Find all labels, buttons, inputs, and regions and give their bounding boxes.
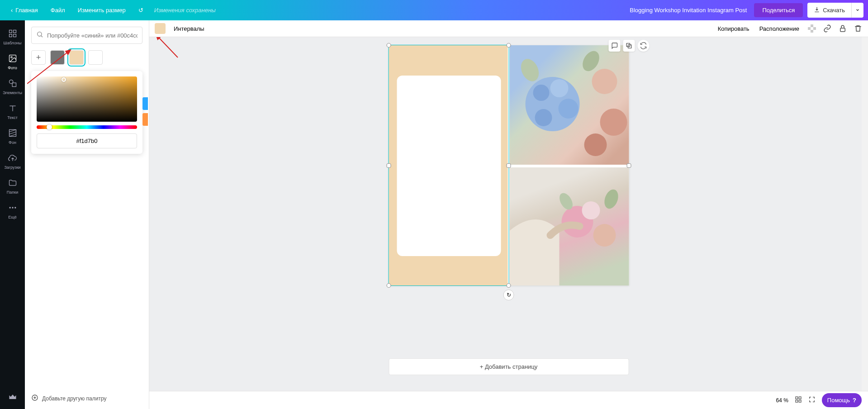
delete-button[interactable] xyxy=(854,24,863,33)
color-picker-card: #f1d7b0 xyxy=(31,71,142,154)
photo-bottom[interactable] xyxy=(509,167,629,285)
download-icon xyxy=(814,6,820,14)
transparency-button[interactable] xyxy=(807,24,816,33)
help-label: Помощь xyxy=(827,397,850,404)
intervals-button[interactable]: Интервалы xyxy=(172,24,206,34)
canvas-page[interactable] xyxy=(389,45,629,285)
svg-point-34 xyxy=(602,188,620,211)
svg-point-28 xyxy=(584,133,607,156)
page-sync-button[interactable] xyxy=(637,40,649,52)
folder-icon xyxy=(7,177,18,188)
swatch-gray[interactable] xyxy=(50,50,65,65)
resize-menu[interactable]: Изменить размер xyxy=(71,0,132,20)
top-bar: ‹ Главная Файл Изменить размер ↺ Изменен… xyxy=(0,0,868,20)
page-duplicate-button[interactable] xyxy=(623,40,635,52)
arrange-button[interactable]: Расположение xyxy=(758,24,801,34)
share-button[interactable]: Поделиться xyxy=(754,3,803,17)
sv-cursor[interactable] xyxy=(62,77,66,82)
context-toolbar: Интервалы Копировать Расположение xyxy=(149,20,868,37)
rotate-icon: ↻ xyxy=(507,292,511,298)
zoom-level[interactable]: 64 % xyxy=(776,397,788,404)
copy-button[interactable]: Копировать xyxy=(716,24,751,34)
swatch-white[interactable] xyxy=(88,50,103,65)
rail-elements[interactable]: Элементы xyxy=(0,74,25,99)
svg-rect-0 xyxy=(9,30,12,33)
chevron-down-icon xyxy=(855,7,860,14)
link-button[interactable] xyxy=(823,24,832,33)
rotate-handle[interactable]: ↻ xyxy=(503,290,514,300)
topbar-left-group: ‹ Главная Файл Изменить размер ↺ Изменен… xyxy=(5,0,216,20)
svg-point-33 xyxy=(593,224,616,247)
lock-button[interactable] xyxy=(838,24,847,33)
inner-white-card[interactable] xyxy=(397,76,501,256)
add-palette-button[interactable]: Добавьте другую палитру xyxy=(31,389,142,403)
sv-gradient-area[interactable] xyxy=(37,76,137,122)
rail-elements-label: Элементы xyxy=(3,90,22,95)
rail-uploads-label: Загрузки xyxy=(4,165,20,170)
svg-rect-3 xyxy=(13,34,16,37)
rail-background[interactable]: Фон xyxy=(0,124,25,148)
download-label: Скачать xyxy=(823,7,845,14)
page-comment-button[interactable] xyxy=(608,40,620,52)
color-search-input[interactable] xyxy=(47,32,138,39)
svg-rect-16 xyxy=(813,24,816,27)
document-title[interactable]: Blogging Workshop Invitation Instagram P… xyxy=(630,7,747,14)
plus-circle-icon xyxy=(31,394,38,403)
fill-color-chip[interactable] xyxy=(155,23,166,34)
rail-more[interactable]: Ещё xyxy=(0,198,25,223)
color-search-box[interactable] xyxy=(31,27,142,44)
canvas-area[interactable]: ↻ + Добавить страницу xyxy=(149,37,868,391)
grid-icon xyxy=(7,28,18,39)
rail-templates[interactable]: Шаблоны xyxy=(0,24,25,49)
vertical-scrollbar[interactable] xyxy=(862,37,868,391)
hex-value-field[interactable]: #f1d7b0 xyxy=(37,133,137,148)
color-side-panel: + #f1d7b0 Добавьте другую палитру xyxy=(25,20,149,409)
rail-templates-label: Шаблоны xyxy=(4,41,22,45)
rail-pro[interactable] xyxy=(0,384,25,409)
undo-icon: ↺ xyxy=(138,7,143,14)
swatch-row: + xyxy=(31,50,142,65)
rail-text[interactable]: Текст xyxy=(0,99,25,124)
swatch-beige[interactable] xyxy=(69,50,84,65)
home-button[interactable]: ‹ Главная xyxy=(5,0,44,20)
file-menu[interactable]: Файл xyxy=(44,0,71,20)
download-button[interactable]: Скачать xyxy=(807,3,851,18)
rail-background-label: Фон xyxy=(9,140,16,145)
bottom-bar: 64 % Помощь ? xyxy=(149,391,868,409)
grid-view-button[interactable] xyxy=(795,396,802,404)
undo-button[interactable]: ↺ xyxy=(132,0,150,20)
svg-point-12 xyxy=(38,32,42,36)
palette-suggestion-blue[interactable] xyxy=(142,97,148,110)
fullscreen-button[interactable] xyxy=(808,396,816,404)
home-label: Главная xyxy=(15,7,38,14)
rail-folders[interactable]: Папки xyxy=(0,173,25,198)
photo-top[interactable] xyxy=(509,45,629,165)
add-page-button[interactable]: + Добавить страницу xyxy=(389,358,629,375)
hue-cursor[interactable] xyxy=(47,124,52,130)
add-color-button[interactable]: + xyxy=(31,50,46,65)
text-icon xyxy=(7,103,18,114)
plus-icon: + xyxy=(36,53,41,62)
svg-rect-42 xyxy=(796,400,798,402)
more-icon xyxy=(7,202,18,213)
rail-uploads[interactable]: Загрузки xyxy=(0,148,25,173)
hue-slider[interactable] xyxy=(37,125,137,129)
download-caret-button[interactable] xyxy=(851,3,863,18)
svg-rect-18 xyxy=(808,30,811,33)
left-rail: Шаблоны Фото Элементы Текст Фон Загрузки… xyxy=(0,20,25,409)
svg-point-23 xyxy=(550,79,568,97)
svg-point-32 xyxy=(582,201,600,219)
background-icon xyxy=(7,128,18,138)
annotation-arrow-1 xyxy=(153,37,185,64)
rail-photo[interactable]: Фото xyxy=(0,49,25,74)
svg-point-24 xyxy=(558,99,578,119)
page-wrap: ↻ xyxy=(389,45,629,285)
rail-text-label: Текст xyxy=(7,115,18,120)
photo-icon xyxy=(7,53,18,64)
page-handle-e[interactable] xyxy=(626,163,631,168)
selected-frame[interactable] xyxy=(389,45,508,285)
svg-point-9 xyxy=(9,207,10,208)
help-button[interactable]: Помощь ? xyxy=(822,393,862,407)
palette-suggestion-orange[interactable] xyxy=(142,113,148,126)
rail-more-label: Ещё xyxy=(8,215,16,219)
